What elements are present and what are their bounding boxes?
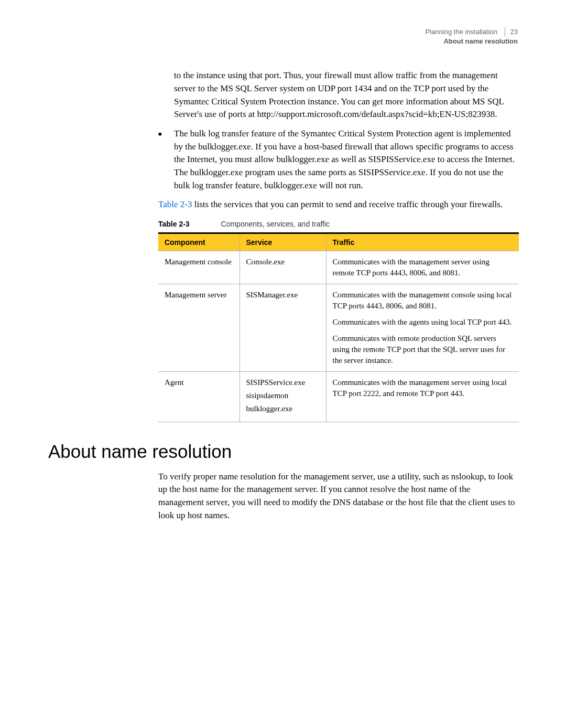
bullet-icon: ■ xyxy=(158,127,174,192)
header-chapter-line: Planning the installation 23 xyxy=(48,27,518,37)
cell-traffic: Communicates with the management console… xyxy=(326,284,519,371)
header-section: About name resolution xyxy=(48,37,518,46)
service-name: SISIPSService.exe xyxy=(246,377,320,388)
table-caption: Table 2-3 Components, services, and traf… xyxy=(158,220,518,228)
table-caption-title: Components, services, and traffic xyxy=(221,220,330,228)
cell-component: Management server xyxy=(158,284,240,371)
page-container: Planning the installation 23 About name … xyxy=(0,0,566,560)
cell-service: SISIPSService.exe sisipsdaemon bulklogge… xyxy=(240,371,326,422)
intro-block: to the instance using that port. Thus, y… xyxy=(158,69,518,211)
traffic-paragraph: Communicates with remote production SQL … xyxy=(333,333,513,366)
page-number: 23 xyxy=(505,27,518,37)
cell-service: Console.exe xyxy=(240,251,326,284)
cell-service: SISManager.exe xyxy=(240,284,326,371)
traffic-paragraph: Communicates with the management console… xyxy=(333,290,513,312)
service-name: bulklogger.exe xyxy=(246,403,320,414)
header-chapter: Planning the installation xyxy=(426,28,497,36)
table-row: Management console Console.exe Communica… xyxy=(158,251,519,284)
table-reference-link[interactable]: Table 2-3 xyxy=(158,199,192,209)
cell-traffic: Communicates with the management server … xyxy=(326,371,519,422)
cell-traffic: Communicates with the management server … xyxy=(326,251,519,284)
page-header: Planning the installation 23 About name … xyxy=(48,27,518,46)
table-header-row: Component Service Traffic xyxy=(158,233,519,251)
table-caption-number: Table 2-3 xyxy=(158,220,190,228)
traffic-paragraph: Communicates with the agents using local… xyxy=(333,317,513,328)
table-header-traffic: Traffic xyxy=(326,233,519,251)
cell-component: Agent xyxy=(158,371,240,422)
table-reference-rest: lists the services that you can permit t… xyxy=(192,199,503,209)
section-body: To verify proper name resolution for the… xyxy=(158,470,518,522)
table-header-service: Service xyxy=(240,233,326,251)
intro-paragraph-continuation: to the instance using that port. Thus, y… xyxy=(174,69,518,121)
section-heading: About name resolution xyxy=(48,441,518,462)
service-name: sisipsdaemon xyxy=(246,390,320,401)
bullet-text: The bulk log transfer feature of the Sym… xyxy=(174,127,518,192)
table-row: Management server SISManager.exe Communi… xyxy=(158,284,519,371)
table-row: Agent SISIPSService.exe sisipsdaemon bul… xyxy=(158,371,519,422)
bullet-item: ■ The bulk log transfer feature of the S… xyxy=(158,127,518,192)
section-paragraph: To verify proper name resolution for the… xyxy=(158,470,518,522)
table-reference-paragraph: Table 2-3 lists the services that you ca… xyxy=(158,198,518,211)
components-table: Component Service Traffic Management con… xyxy=(158,232,519,422)
cell-component: Management console xyxy=(158,251,240,284)
table-header-component: Component xyxy=(158,233,240,251)
